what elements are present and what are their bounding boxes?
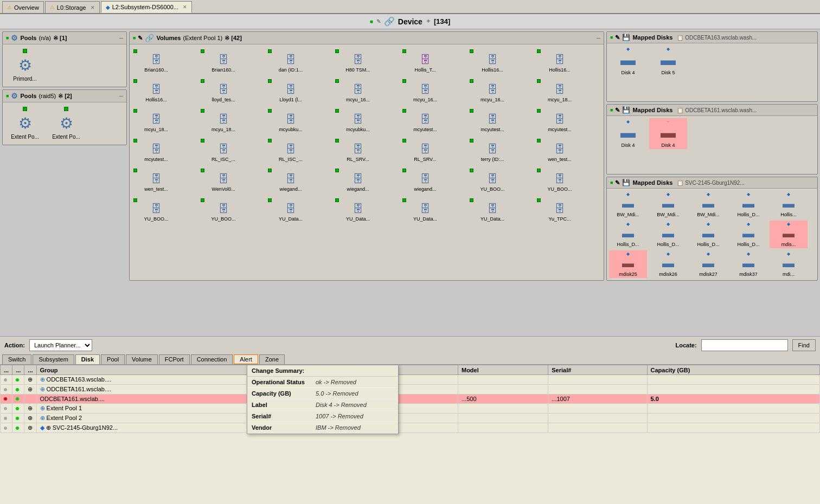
volume-item-1[interactable]: 🗄Brian160...	[199, 47, 248, 75]
md3-disk-12[interactable]: ◆▬mdisk27	[689, 250, 727, 278]
volume-item-18[interactable]: 🗄mcyutest...	[401, 106, 450, 135]
volumes-edit-icon[interactable]: ✎	[138, 35, 143, 42]
md3-disk-8[interactable]: ◆▬Hollis_D...	[729, 221, 767, 248]
volume-item-17[interactable]: 🗄mcyubku...	[334, 106, 382, 135]
pool-extent1[interactable]: ⚙ Extent Po...	[6, 106, 44, 141]
th-model[interactable]: Model	[458, 365, 548, 375]
md3-disk-7[interactable]: ◆▬Hollis_D...	[689, 221, 727, 248]
volume-item-25[interactable]: 🗄RL_SRV...	[401, 136, 450, 165]
volume-item-36[interactable]: 🗄YU_BOO...	[199, 196, 248, 224]
td-expande[interactable]: ⊕	[24, 413, 36, 423]
th-capacity[interactable]: Capacity (GB)	[647, 365, 819, 375]
volume-item-26[interactable]: 🗄terry (ID:...	[468, 136, 517, 165]
volume-item-14[interactable]: 🗄mcyu_18...	[132, 106, 181, 135]
pool-item-primordi[interactable]: ⚙ Primord...	[6, 48, 44, 83]
tab-connection[interactable]: Connection	[191, 354, 233, 364]
locate-input[interactable]	[701, 339, 788, 351]
td-expandf[interactable]: ⊕	[24, 423, 36, 433]
volume-item-10[interactable]: 🗄mcyu_16...	[334, 76, 382, 105]
volume-item-8[interactable]: 🗄lloyd_tes...	[199, 76, 248, 105]
volume-item-11[interactable]: 🗄mcyu_16...	[401, 76, 450, 105]
td-expandc[interactable]	[24, 395, 36, 404]
md3-disk-9[interactable]: ◆▬mdis...	[770, 221, 808, 248]
md1-edit[interactable]: ✎	[615, 34, 620, 41]
tab-volume[interactable]: Volume	[126, 354, 158, 364]
th-serial[interactable]: Serial#	[548, 365, 647, 375]
tab-l2subsystem[interactable]: ◆ L2:Subsystem-DS6000... ✕	[101, 1, 192, 13]
md3-disk-13[interactable]: ◆▬mdisk37	[729, 250, 767, 278]
pools-raid5-collapse[interactable]: ─	[119, 93, 123, 99]
volumes-collapse[interactable]: ─	[597, 35, 600, 41]
md3-disk-10[interactable]: ◆▬mdisk25	[609, 250, 647, 278]
tab-overview[interactable]: ⚠ Overview	[2, 1, 44, 13]
md3-disk-14[interactable]: ◆▬mdi...	[770, 250, 808, 278]
volume-item-12[interactable]: 🗄mcyu_16...	[468, 76, 517, 105]
volume-item-35[interactable]: 🗄YU_BOO...	[132, 196, 181, 224]
volume-item-15[interactable]: 🗄mcyu_18...	[199, 106, 248, 135]
volume-item-2[interactable]: 🗄dan (ID:1...	[266, 47, 315, 75]
volume-item-24[interactable]: 🗄RL_SRV...	[334, 136, 382, 165]
volume-item-5[interactable]: 🗄Hollis16...	[468, 47, 517, 75]
volume-item-9[interactable]: 🗄Lloyd1 (l...	[266, 76, 315, 105]
volume-item-37[interactable]: 🗄YU_Data...	[266, 196, 315, 224]
td-expandb[interactable]: ⊕	[24, 385, 36, 395]
tab-fcport[interactable]: FCPort	[159, 354, 190, 364]
volume-item-30[interactable]: 🗄wiegand...	[266, 166, 315, 195]
volume-item-19[interactable]: 🗄mcyutest...	[468, 106, 517, 135]
table-row[interactable]: ⊕ ⊕ Extent Pool 2	[1, 413, 820, 423]
volume-item-33[interactable]: 🗄YU_BOO...	[468, 166, 517, 195]
tab-l0storage[interactable]: ⚠ L0:Storage ✕	[45, 1, 100, 13]
volume-item-0[interactable]: 🗄Brian160...	[132, 47, 181, 75]
volume-item-29[interactable]: 🗄WenVol0...	[199, 166, 248, 195]
tab-l0storage-close[interactable]: ✕	[91, 5, 95, 10]
action-select[interactable]: Launch Planner...	[29, 339, 92, 351]
volume-item-41[interactable]: 🗄Yu_TPC...	[535, 196, 584, 224]
tab-subsystem[interactable]: Subsystem	[33, 354, 74, 364]
edit-icon[interactable]: ✎	[376, 18, 381, 24]
table-row[interactable]: ⊕ ⊕ ODCBETA163.wsclab....	[1, 375, 820, 385]
volume-item-20[interactable]: 🗄mcyutest...	[535, 106, 584, 135]
md3-disk-3[interactable]: ◆▬Hollis_D...	[729, 191, 767, 218]
md2-edit[interactable]: ✎	[615, 107, 620, 114]
tab-disk[interactable]: Disk	[75, 354, 100, 364]
md3-disk-11[interactable]: ◆▬mdisk26	[649, 250, 687, 278]
volume-item-3[interactable]: 🗄H80 TSM...	[334, 47, 382, 75]
md3-disk-4[interactable]: ◆▬Hollis...	[770, 191, 808, 218]
tab-zone[interactable]: Zone	[259, 354, 285, 364]
volume-item-34[interactable]: 🗄YU_BOO...	[535, 166, 584, 195]
volume-item-27[interactable]: 🗄wen_test...	[535, 136, 584, 165]
table-row-selected[interactable]: ODCBETA161.wsclab.... Disk 4 ...500 ...1…	[1, 395, 820, 404]
volume-item-28[interactable]: 🗄wen_test...	[132, 166, 181, 195]
md3-edit[interactable]: ✎	[615, 179, 620, 186]
volume-item-16[interactable]: 🗄mcyubku...	[266, 106, 315, 135]
volume-item-23[interactable]: 🗄RL_ISC_...	[266, 136, 315, 165]
md3-disk-1[interactable]: ◆▬BW_Mdi...	[649, 191, 687, 218]
md3-disk-2[interactable]: ◆▬BW_Mdi...	[689, 191, 727, 218]
table-row[interactable]: ⊕ ⊕ ODCBETA161.wsclab....	[1, 385, 820, 395]
volume-item-31[interactable]: 🗄wiegand...	[334, 166, 382, 195]
pool-extent2[interactable]: ⚙ Extent Po...	[47, 106, 85, 141]
pools-na-collapse[interactable]: ─	[119, 35, 123, 41]
volume-item-32[interactable]: 🗄wiegand...	[401, 166, 450, 195]
md2-disk4-error[interactable]: − ▬ Disk 4	[649, 118, 687, 149]
volume-item-7[interactable]: 🗄Hollis16...	[132, 76, 181, 105]
volume-item-13[interactable]: 🗄mcyu_18...	[535, 76, 584, 105]
volume-item-21[interactable]: 🗄mcyutest...	[132, 136, 181, 165]
find-button[interactable]: Find	[792, 339, 816, 351]
volume-item-39[interactable]: 🗄YU_Data...	[401, 196, 450, 224]
md3-disk-5[interactable]: ◆▬Hollis_D...	[609, 221, 647, 248]
volume-item-38[interactable]: 🗄YU_Data...	[334, 196, 382, 224]
md3-disk-0[interactable]: ◆▬BW_Mdi...	[609, 191, 647, 218]
volume-item-6[interactable]: 🗄Hollis16...	[535, 47, 584, 75]
volume-item-40[interactable]: 🗄YU_Data...	[468, 196, 517, 224]
table-row[interactable]: ⊕ ⊕ Extent Pool 1	[1, 404, 820, 413]
tab-alert[interactable]: Alert	[234, 354, 258, 364]
td-expandd[interactable]: ⊕	[24, 404, 36, 413]
settings-icon[interactable]: ✦	[426, 18, 431, 25]
volume-item-22[interactable]: 🗄RL_ISC_...	[199, 136, 248, 165]
tab-switch[interactable]: Switch	[2, 354, 31, 364]
volume-item-4[interactable]: 🗄Hollis_T...	[401, 47, 450, 75]
table-row[interactable]: ⊕ ◆ ⊕ SVC-2145-Gburg1N92...	[1, 423, 820, 433]
td-expand[interactable]: ⊕	[24, 375, 36, 385]
md1-disk4[interactable]: ◆ ▬ Disk 4	[609, 46, 647, 76]
